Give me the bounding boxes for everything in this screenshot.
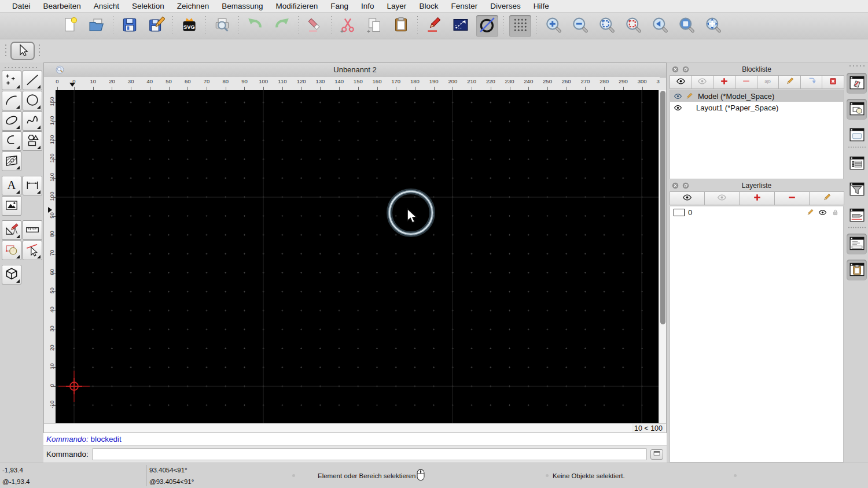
palette-handle[interactable] xyxy=(3,66,39,69)
vertical-scrollbar[interactable] xyxy=(659,90,666,423)
dock-block-toggle-button[interactable] xyxy=(847,73,867,94)
tools-icon xyxy=(4,222,19,239)
dimension-tool-button[interactable] xyxy=(23,176,42,195)
menu-bemassung[interactable]: Bemassung xyxy=(215,2,269,10)
open-file-button[interactable] xyxy=(86,15,108,37)
new-file-button[interactable] xyxy=(59,15,81,37)
grid-toggle-button[interactable] xyxy=(509,15,531,37)
ellipse-tool-button[interactable] xyxy=(2,111,21,131)
cut-button[interactable] xyxy=(337,15,359,37)
draft-mode-button[interactable] xyxy=(476,15,498,37)
dock-plain-toggle-button[interactable] xyxy=(847,125,867,146)
tools-tool-button[interactable] xyxy=(2,220,21,240)
insert-arrow-button[interactable] xyxy=(800,75,823,89)
select-tool-button[interactable] xyxy=(10,42,35,60)
export-svg-button[interactable]: SVG xyxy=(178,15,200,37)
delete-eraser-button[interactable] xyxy=(304,15,326,37)
menu-block[interactable]: Block xyxy=(413,2,444,10)
dock-handle[interactable] xyxy=(848,65,866,67)
menu-selektion[interactable]: Selektion xyxy=(126,2,171,10)
lock-icon[interactable] xyxy=(831,208,840,217)
draw-order-button[interactable] xyxy=(450,15,472,37)
pencil-button[interactable] xyxy=(809,191,844,205)
zoom-out-button[interactable] xyxy=(569,15,591,37)
v-ruler-label: 100 xyxy=(49,189,55,203)
dock-funnel-toggle-button[interactable] xyxy=(847,179,867,200)
horizontal-scrollbar[interactable]: 10 < 100 xyxy=(44,423,666,433)
zoom-select-button[interactable] xyxy=(622,15,644,37)
toolbar-handle[interactable] xyxy=(5,43,7,58)
minus-dim-button[interactable] xyxy=(735,75,757,89)
spline-tool-button[interactable] xyxy=(23,111,42,131)
zoom-previous-button[interactable] xyxy=(649,15,671,37)
zoom-window-button[interactable] xyxy=(675,15,697,37)
drawing-canvas[interactable] xyxy=(56,90,660,423)
menu-hilfe[interactable]: Hilfe xyxy=(527,2,556,10)
menu-layer[interactable]: Layer xyxy=(381,2,413,10)
drawing-window-titlebar[interactable]: Unbenannt 2 xyxy=(44,63,666,77)
save-button[interactable] xyxy=(119,15,141,37)
eye-gray-button[interactable] xyxy=(704,191,740,205)
menu-diverses[interactable]: Diverses xyxy=(484,2,527,10)
rename-ab-button[interactable]: a|b xyxy=(757,75,779,89)
pen-attributes-button[interactable] xyxy=(423,15,445,37)
eye-button[interactable] xyxy=(670,191,705,205)
dock-command-toggle-button[interactable] xyxy=(847,234,867,254)
save-as-button[interactable] xyxy=(145,15,167,37)
line-tool-button[interactable] xyxy=(23,71,42,90)
box3d-tool-button[interactable] xyxy=(2,265,21,284)
dock-clipboard-toggle-button[interactable] xyxy=(847,260,867,280)
vertical-scrollbar-thumb[interactable] xyxy=(660,91,665,324)
pencil-button[interactable] xyxy=(778,75,801,89)
menu-fenster[interactable]: Fenster xyxy=(444,2,484,10)
measure-tool-button[interactable] xyxy=(23,220,42,240)
block-list-item[interactable]: Model (*Model_Space) xyxy=(670,90,843,102)
plus-button[interactable] xyxy=(739,191,774,205)
eye-blue-icon[interactable] xyxy=(674,92,682,101)
menu-modifizieren[interactable]: Modifizieren xyxy=(270,2,325,10)
command-input[interactable] xyxy=(92,448,647,460)
menu-fang[interactable]: Fang xyxy=(324,2,355,10)
dock-list-toggle-button[interactable] xyxy=(847,153,867,174)
menu-datei[interactable]: Datei xyxy=(6,2,37,10)
redo-button[interactable] xyxy=(271,15,293,37)
block-list-item[interactable]: Layout1 (*Paper_Space) xyxy=(670,102,843,113)
zoom-auto-button[interactable] xyxy=(595,15,617,37)
hatch-tool-button[interactable] xyxy=(2,151,21,171)
points-tool-button[interactable] xyxy=(2,71,21,90)
menu-ansicht[interactable]: Ansicht xyxy=(87,2,126,10)
menu-info[interactable]: Info xyxy=(355,2,381,10)
shapes-tool-button[interactable] xyxy=(23,131,42,151)
eye-icon[interactable] xyxy=(674,103,682,112)
circle-tool-button[interactable] xyxy=(23,91,42,110)
menu-bearbeiten[interactable]: Bearbeiten xyxy=(37,2,87,10)
layer-color-swatch[interactable] xyxy=(674,209,685,216)
arc-tool-button[interactable] xyxy=(2,91,21,110)
modify-tool-button[interactable] xyxy=(2,241,21,260)
command-detach-button[interactable] xyxy=(650,449,663,460)
dock-shapes-toggle-button[interactable] xyxy=(847,99,867,120)
zoom-pan-button[interactable] xyxy=(702,15,724,37)
copy-button[interactable] xyxy=(363,15,385,37)
minus-button[interactable] xyxy=(774,191,810,205)
undo-button[interactable] xyxy=(244,15,266,37)
eye-button[interactable] xyxy=(670,75,692,89)
eye-icon[interactable] xyxy=(818,208,827,217)
zoom-in-button[interactable] xyxy=(542,15,564,37)
h-ruler-label: 90 xyxy=(241,78,248,84)
pencil-icon[interactable] xyxy=(685,92,693,101)
eye-gray-button[interactable] xyxy=(692,75,714,89)
toolbar-handle[interactable] xyxy=(38,43,41,58)
select-entity-tool-button[interactable] xyxy=(23,241,42,260)
polyline-tool-button[interactable] xyxy=(2,131,21,151)
dock-pen-toggle-button[interactable] xyxy=(847,205,867,226)
remove-x-button[interactable] xyxy=(822,75,844,89)
plus-button[interactable] xyxy=(713,75,735,89)
menu-zeichnen[interactable]: Zeichnen xyxy=(171,2,216,10)
text-tool-button[interactable]: A xyxy=(2,176,21,195)
layer-list-item[interactable]: 0 xyxy=(670,206,843,218)
paste-button[interactable] xyxy=(390,15,412,37)
pencil-icon[interactable] xyxy=(806,208,814,217)
print-preview-button[interactable] xyxy=(211,15,233,37)
image-tool-button[interactable] xyxy=(2,196,21,216)
